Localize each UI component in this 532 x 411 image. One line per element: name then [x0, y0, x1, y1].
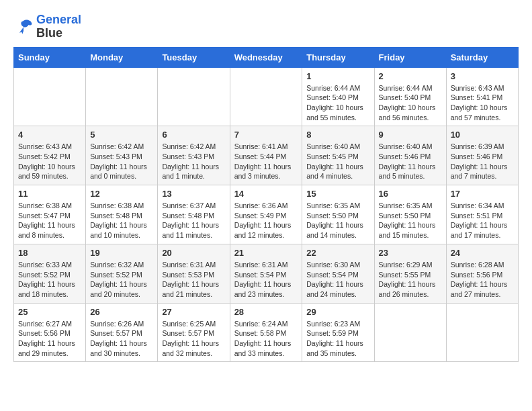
week-row-5: 25Sunrise: 6:27 AM Sunset: 5:56 PM Dayli… [14, 303, 519, 362]
day-info: Sunrise: 6:34 AM Sunset: 5:51 PM Dayligh… [451, 201, 514, 240]
day-info: Sunrise: 6:33 AM Sunset: 5:52 PM Dayligh… [18, 260, 81, 300]
cell-content: 14Sunrise: 6:36 AM Sunset: 5:49 PM Dayli… [234, 189, 298, 240]
day-info: Sunrise: 6:40 AM Sunset: 5:45 PM Dayligh… [306, 142, 369, 181]
day-info: Sunrise: 6:31 AM Sunset: 5:53 PM Dayligh… [162, 260, 225, 300]
column-header-thursday: Thursday [302, 47, 374, 67]
week-row-2: 4Sunrise: 6:43 AM Sunset: 5:42 PM Daylig… [14, 126, 519, 185]
calendar-cell: 5Sunrise: 6:42 AM Sunset: 5:43 PM Daylig… [86, 126, 158, 185]
calendar-cell: 19Sunrise: 6:32 AM Sunset: 5:52 PM Dayli… [86, 244, 158, 303]
day-number: 21 [234, 248, 298, 258]
calendar-cell: 13Sunrise: 6:37 AM Sunset: 5:48 PM Dayli… [158, 185, 230, 244]
calendar-cell: 23Sunrise: 6:29 AM Sunset: 5:55 PM Dayli… [374, 244, 446, 303]
day-number: 23 [379, 248, 442, 258]
cell-content: 13Sunrise: 6:37 AM Sunset: 5:48 PM Dayli… [162, 189, 225, 240]
calendar-cell: 26Sunrise: 6:26 AM Sunset: 5:57 PM Dayli… [86, 303, 158, 362]
cell-content: 8Sunrise: 6:40 AM Sunset: 5:45 PM Daylig… [306, 130, 369, 181]
day-info: Sunrise: 6:44 AM Sunset: 5:40 PM Dayligh… [306, 83, 369, 123]
cell-content: 25Sunrise: 6:27 AM Sunset: 5:56 PM Dayli… [18, 307, 81, 359]
day-number: 16 [379, 189, 442, 199]
day-info: Sunrise: 6:32 AM Sunset: 5:52 PM Dayligh… [90, 260, 153, 300]
cell-content: 27Sunrise: 6:25 AM Sunset: 5:57 PM Dayli… [162, 307, 225, 359]
calendar-cell [446, 303, 518, 362]
day-info: Sunrise: 6:44 AM Sunset: 5:40 PM Dayligh… [379, 83, 442, 123]
cell-content: 28Sunrise: 6:24 AM Sunset: 5:58 PM Dayli… [234, 307, 298, 359]
day-info: Sunrise: 6:38 AM Sunset: 5:47 PM Dayligh… [18, 201, 81, 240]
logo: GeneralBlue [13, 13, 81, 40]
calendar-cell: 9Sunrise: 6:40 AM Sunset: 5:46 PM Daylig… [374, 126, 446, 185]
logo-text: GeneralBlue [36, 13, 81, 40]
day-info: Sunrise: 6:27 AM Sunset: 5:56 PM Dayligh… [18, 319, 81, 359]
cell-content: 7Sunrise: 6:41 AM Sunset: 5:44 PM Daylig… [234, 130, 298, 181]
calendar-cell: 3Sunrise: 6:43 AM Sunset: 5:41 PM Daylig… [446, 67, 518, 126]
cell-content: 10Sunrise: 6:39 AM Sunset: 5:46 PM Dayli… [451, 130, 514, 181]
calendar-cell: 27Sunrise: 6:25 AM Sunset: 5:57 PM Dayli… [158, 303, 230, 362]
day-number: 15 [306, 189, 369, 199]
page-header: GeneralBlue [13, 13, 519, 40]
cell-content: 21Sunrise: 6:31 AM Sunset: 5:54 PM Dayli… [234, 248, 298, 300]
cell-content: 12Sunrise: 6:38 AM Sunset: 5:48 PM Dayli… [90, 189, 153, 240]
day-number: 12 [90, 189, 153, 199]
day-info: Sunrise: 6:31 AM Sunset: 5:54 PM Dayligh… [234, 260, 298, 300]
calendar-cell: 20Sunrise: 6:31 AM Sunset: 5:53 PM Dayli… [158, 244, 230, 303]
day-number: 22 [306, 248, 369, 258]
cell-content: 9Sunrise: 6:40 AM Sunset: 5:46 PM Daylig… [379, 130, 442, 181]
cell-content: 26Sunrise: 6:26 AM Sunset: 5:57 PM Dayli… [90, 307, 153, 359]
day-number: 3 [451, 71, 514, 81]
day-info: Sunrise: 6:43 AM Sunset: 5:42 PM Dayligh… [18, 142, 81, 181]
day-info: Sunrise: 6:37 AM Sunset: 5:48 PM Dayligh… [162, 201, 225, 240]
calendar-cell: 11Sunrise: 6:38 AM Sunset: 5:47 PM Dayli… [14, 185, 86, 244]
cell-content: 6Sunrise: 6:42 AM Sunset: 5:43 PM Daylig… [162, 130, 225, 181]
calendar-cell [230, 67, 302, 126]
day-info: Sunrise: 6:25 AM Sunset: 5:57 PM Dayligh… [162, 319, 225, 359]
cell-content: 15Sunrise: 6:35 AM Sunset: 5:50 PM Dayli… [306, 189, 369, 240]
cell-content: 24Sunrise: 6:28 AM Sunset: 5:56 PM Dayli… [451, 248, 514, 300]
day-info: Sunrise: 6:39 AM Sunset: 5:46 PM Dayligh… [451, 142, 514, 181]
cell-content: 23Sunrise: 6:29 AM Sunset: 5:55 PM Dayli… [379, 248, 442, 300]
day-number: 25 [18, 307, 81, 317]
calendar-cell: 28Sunrise: 6:24 AM Sunset: 5:58 PM Dayli… [230, 303, 302, 362]
cell-content: 20Sunrise: 6:31 AM Sunset: 5:53 PM Dayli… [162, 248, 225, 300]
day-info: Sunrise: 6:40 AM Sunset: 5:46 PM Dayligh… [379, 142, 442, 181]
day-info: Sunrise: 6:35 AM Sunset: 5:50 PM Dayligh… [379, 201, 442, 240]
day-info: Sunrise: 6:42 AM Sunset: 5:43 PM Dayligh… [90, 142, 153, 181]
cell-content: 29Sunrise: 6:23 AM Sunset: 5:59 PM Dayli… [306, 307, 369, 359]
cell-content: 1Sunrise: 6:44 AM Sunset: 5:40 PM Daylig… [306, 71, 369, 123]
cell-content: 22Sunrise: 6:30 AM Sunset: 5:54 PM Dayli… [306, 248, 369, 300]
calendar-cell: 8Sunrise: 6:40 AM Sunset: 5:45 PM Daylig… [302, 126, 374, 185]
calendar-cell: 4Sunrise: 6:43 AM Sunset: 5:42 PM Daylig… [14, 126, 86, 185]
day-info: Sunrise: 6:24 AM Sunset: 5:58 PM Dayligh… [234, 319, 298, 359]
calendar-cell: 2Sunrise: 6:44 AM Sunset: 5:40 PM Daylig… [374, 67, 446, 126]
cell-content: 2Sunrise: 6:44 AM Sunset: 5:40 PM Daylig… [379, 71, 442, 123]
calendar-cell [86, 67, 158, 126]
calendar-cell [14, 67, 86, 126]
column-header-monday: Monday [86, 47, 158, 67]
calendar-cell: 18Sunrise: 6:33 AM Sunset: 5:52 PM Dayli… [14, 244, 86, 303]
calendar-cell: 16Sunrise: 6:35 AM Sunset: 5:50 PM Dayli… [374, 185, 446, 244]
calendar-cell [374, 303, 446, 362]
cell-content: 4Sunrise: 6:43 AM Sunset: 5:42 PM Daylig… [18, 130, 81, 181]
cell-content: 16Sunrise: 6:35 AM Sunset: 5:50 PM Dayli… [379, 189, 442, 240]
calendar-cell: 14Sunrise: 6:36 AM Sunset: 5:49 PM Dayli… [230, 185, 302, 244]
column-header-wednesday: Wednesday [230, 47, 302, 67]
day-number: 29 [306, 307, 369, 317]
day-info: Sunrise: 6:29 AM Sunset: 5:55 PM Dayligh… [379, 260, 442, 300]
cell-content: 19Sunrise: 6:32 AM Sunset: 5:52 PM Dayli… [90, 248, 153, 300]
column-header-sunday: Sunday [14, 47, 86, 67]
day-number: 10 [451, 130, 514, 140]
day-info: Sunrise: 6:38 AM Sunset: 5:48 PM Dayligh… [90, 201, 153, 240]
day-number: 20 [162, 248, 225, 258]
day-info: Sunrise: 6:30 AM Sunset: 5:54 PM Dayligh… [306, 260, 369, 300]
day-number: 26 [90, 307, 153, 317]
day-number: 7 [234, 130, 298, 140]
calendar-cell: 22Sunrise: 6:30 AM Sunset: 5:54 PM Dayli… [302, 244, 374, 303]
calendar-cell: 25Sunrise: 6:27 AM Sunset: 5:56 PM Dayli… [14, 303, 86, 362]
calendar-cell: 29Sunrise: 6:23 AM Sunset: 5:59 PM Dayli… [302, 303, 374, 362]
day-number: 6 [162, 130, 225, 140]
day-info: Sunrise: 6:23 AM Sunset: 5:59 PM Dayligh… [306, 319, 369, 359]
day-number: 8 [306, 130, 369, 140]
cell-content: 3Sunrise: 6:43 AM Sunset: 5:41 PM Daylig… [451, 71, 514, 123]
day-number: 9 [379, 130, 442, 140]
day-info: Sunrise: 6:42 AM Sunset: 5:43 PM Dayligh… [162, 142, 225, 181]
calendar-cell [158, 67, 230, 126]
calendar-cell: 6Sunrise: 6:42 AM Sunset: 5:43 PM Daylig… [158, 126, 230, 185]
